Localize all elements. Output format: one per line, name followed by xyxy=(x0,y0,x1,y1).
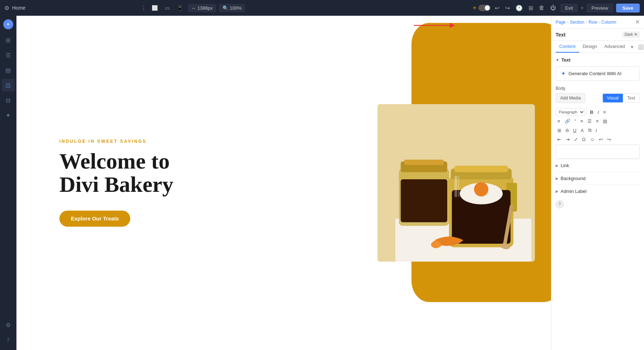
sidebar-icon-help[interactable]: ? xyxy=(2,334,15,346)
bold-button[interactable]: B xyxy=(588,108,595,116)
hero-section: INDULGE IN SWEET SAVINGS Welcome to Divi… xyxy=(16,16,551,350)
admin-label-section-label: Admin Label xyxy=(561,189,586,194)
breadcrumb-column[interactable]: Column xyxy=(601,20,616,25)
panel-tabs: Content Design Advanced ▾ ⬜ xyxy=(551,41,644,53)
body-controls-row: Add Media Visual Text xyxy=(556,93,640,103)
mobile-device-btn[interactable]: 📱 xyxy=(175,4,185,12)
home-label: Home xyxy=(12,5,25,11)
topbar-center: ⋮ ⬜ ▭ 📱 ↔ 1388px 🔍 100% xyxy=(141,4,245,12)
panel-close-button[interactable]: ✕ xyxy=(635,19,640,25)
text-tab[interactable]: Text xyxy=(623,94,639,102)
toolbar-row-1: Paragraph B I ≡ xyxy=(556,108,640,116)
fullscreen-button[interactable]: ⤢ xyxy=(572,136,580,143)
align-center-button[interactable]: ☰ xyxy=(586,117,594,125)
sidebar-icon-media[interactable]: ▤ xyxy=(2,64,15,77)
breadcrumb-row[interactable]: Row xyxy=(589,20,597,25)
sidebar-icon-customize[interactable]: ✦ xyxy=(2,109,15,122)
blockquote-button[interactable]: " xyxy=(573,117,578,125)
layout-button[interactable]: ⊞ xyxy=(527,3,535,13)
font-color-button[interactable]: A xyxy=(579,127,586,134)
sidebar-icon-pages[interactable]: ☰ xyxy=(2,49,15,62)
text-section-label: Text xyxy=(561,57,571,63)
sidebar-icon-layers[interactable]: ⊞ xyxy=(2,34,15,47)
align-right-button[interactable]: ≡ xyxy=(594,117,601,125)
toggle-track[interactable] xyxy=(478,5,491,11)
exit-button[interactable]: Exit xyxy=(560,4,578,13)
redo-button[interactable]: ↪ xyxy=(504,3,511,13)
topbar-right: ☀ ↩ ↪ 🕐 ⊞ 🗑 ⏻ Exit ▾ Preview Save xyxy=(472,3,640,13)
undo-editor-button[interactable]: ↩ xyxy=(597,136,605,143)
add-element-button[interactable]: + xyxy=(3,19,13,29)
copy-format-button[interactable]: ⧉ xyxy=(586,126,593,134)
svg-rect-14 xyxy=(458,176,459,197)
breadcrumb-page[interactable]: Page xyxy=(556,20,566,25)
strike-button[interactable]: S xyxy=(564,127,571,134)
link-section-header[interactable]: ▶ Link xyxy=(556,163,640,168)
tab-content[interactable]: Content xyxy=(556,41,579,53)
breadcrumb: Page › Section › Row › Column ✕ xyxy=(551,16,644,29)
paragraph-select[interactable]: Paragraph xyxy=(556,108,585,116)
hero-content: INDULGE IN SWEET SAVINGS Welcome to Divi… xyxy=(59,139,174,227)
hero-cta-button[interactable]: Explore Our Treats xyxy=(59,211,130,227)
zoom-pill[interactable]: 🔍 100% xyxy=(219,4,245,12)
tab-expand-button[interactable]: ⬜ xyxy=(635,42,644,52)
save-button[interactable]: Save xyxy=(616,4,640,13)
italic-button[interactable]: I xyxy=(596,108,601,116)
justify-button[interactable]: ▤ xyxy=(601,117,609,125)
ai-generate-label: Generate Content With AI xyxy=(569,71,621,76)
body-label: Body xyxy=(556,86,640,91)
tab-advanced[interactable]: Advanced xyxy=(601,41,629,53)
dots-menu[interactable]: ⋮ xyxy=(141,5,147,11)
power-button[interactable]: ⏻ xyxy=(549,3,557,13)
omega-button[interactable]: Ω xyxy=(580,136,587,143)
svg-rect-4 xyxy=(404,160,444,165)
help-icon[interactable]: ? xyxy=(556,200,564,208)
main-layout: + ⊞ ☰ ▤ ⊡ ⊟ ✦ ⚙ ? INDULGE IN SWEET SAVIN… xyxy=(0,16,644,350)
redo-editor-button[interactable]: ↪ xyxy=(605,136,613,143)
text-editor-area[interactable] xyxy=(556,145,640,159)
italic2-button[interactable]: I xyxy=(594,127,599,134)
dark-mode-badge[interactable]: Dark ☀ xyxy=(623,31,640,38)
toolbar-row-4: ⇤ ⇥ ⤢ Ω ☺ ↩ ↪ xyxy=(556,136,640,143)
body-section: Body Add Media Visual Text xyxy=(556,86,640,103)
left-sidebar: + ⊞ ☰ ▤ ⊡ ⊟ ✦ ⚙ ? xyxy=(0,16,16,350)
background-collapsible-section: ▶ Background xyxy=(556,172,640,185)
unordered-list-button[interactable]: ≡ xyxy=(556,117,562,125)
indent-button[interactable]: ⇥ xyxy=(564,136,571,143)
link-button[interactable]: 🔗 xyxy=(563,117,572,125)
tablet-device-btn[interactable]: ▭ xyxy=(163,4,172,12)
emoji-button[interactable]: ☺ xyxy=(588,136,596,143)
tab-design[interactable]: Design xyxy=(579,41,601,53)
unindent-button[interactable]: ⇤ xyxy=(556,136,563,143)
underline-button[interactable]: U xyxy=(571,127,578,134)
align-left-button[interactable]: ≡ xyxy=(579,117,585,125)
dark-mode-toggle[interactable]: ☀ xyxy=(472,5,491,11)
svg-rect-13 xyxy=(454,176,457,197)
trash-button[interactable]: 🗑 xyxy=(537,3,546,13)
history-button[interactable]: 🕐 xyxy=(514,3,524,13)
preview-button[interactable]: Preview xyxy=(586,4,613,13)
tab-dropdown-button[interactable]: ▾ xyxy=(629,42,635,52)
list-button[interactable]: ≡ xyxy=(601,108,608,116)
hero-tagline: INDULGE IN SWEET SAVINGS xyxy=(59,139,174,144)
toolbar-row-2: ≡ 🔗 " ≡ ☰ ≡ ▤ xyxy=(556,117,640,125)
ai-generate-button[interactable]: ✦ Generate Content With AI xyxy=(556,66,640,81)
text-section-header[interactable]: ▼ Text xyxy=(556,57,640,63)
background-section-header[interactable]: ▶ Background xyxy=(556,176,640,181)
hero-image-container xyxy=(377,104,535,262)
sidebar-icon-modules[interactable]: ⊡ xyxy=(2,79,15,92)
add-media-button[interactable]: Add Media xyxy=(556,93,585,103)
gear-button[interactable]: ⚙ xyxy=(4,5,9,11)
table-button[interactable]: ⊞ xyxy=(556,127,563,134)
width-pill[interactable]: ↔ 1388px xyxy=(188,4,216,12)
exit-arrow: ▾ xyxy=(581,5,584,11)
panel-title: Text xyxy=(556,32,566,38)
sidebar-icon-shop[interactable]: ⊟ xyxy=(2,94,15,107)
breadcrumb-section[interactable]: Section xyxy=(570,20,584,25)
sidebar-icon-settings[interactable]: ⚙ xyxy=(2,319,15,331)
admin-label-section-header[interactable]: ▶ Admin Label xyxy=(556,189,640,194)
desktop-device-btn[interactable]: ⬜ xyxy=(150,4,160,12)
visual-tab[interactable]: Visual xyxy=(603,94,623,102)
undo-button[interactable]: ↩ xyxy=(493,3,501,13)
link-collapsible-section: ▶ Link xyxy=(556,159,640,172)
